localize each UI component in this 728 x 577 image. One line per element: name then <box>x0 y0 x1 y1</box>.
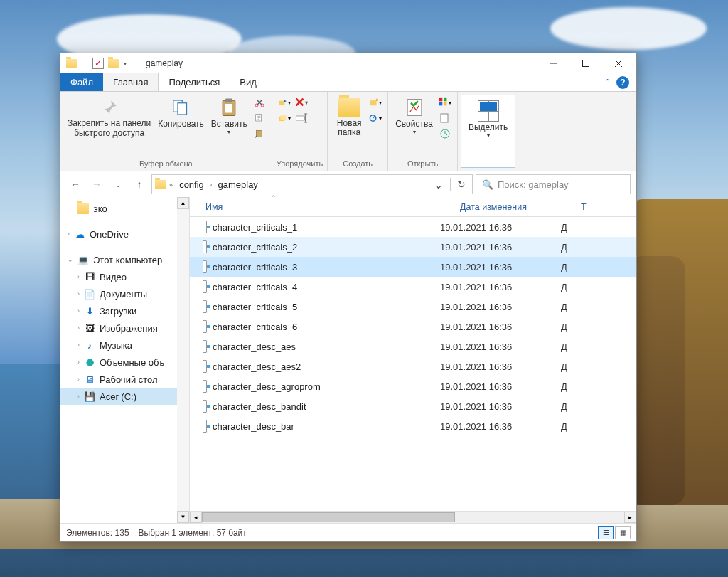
scroll-up-button[interactable]: ▲ <box>177 197 189 209</box>
minimize-button[interactable] <box>537 53 569 73</box>
file-row[interactable]: character_desc_aes219.01.2021 16:36Д <box>190 356 636 376</box>
file-type: Д <box>561 342 582 352</box>
scroll-left-button[interactable]: ◂ <box>190 512 202 523</box>
easy-access-icon[interactable]: ▾ <box>369 112 382 125</box>
collapse-ribbon-icon[interactable]: ⌃ <box>604 78 611 87</box>
delete-icon[interactable]: ✕ ▾ <box>295 96 308 109</box>
paste-shortcut-icon[interactable] <box>253 127 266 140</box>
file-type: Д <box>561 421 582 432</box>
svg-point-22 <box>370 115 376 121</box>
breadcrumb-segment[interactable]: config <box>176 179 207 190</box>
breadcrumb-segment[interactable]: gameplay <box>215 179 261 190</box>
folder-qa-icon[interactable] <box>108 59 119 68</box>
refresh-button[interactable]: ↻ <box>454 175 469 194</box>
new-folder-icon <box>338 96 360 119</box>
column-name[interactable]: Имя <box>190 202 453 212</box>
file-icon <box>190 320 207 333</box>
file-row[interactable]: character_desc_bar19.01.2021 16:36Д <box>190 416 636 436</box>
new-item-icon[interactable]: ✦▾ <box>369 96 382 109</box>
column-date[interactable]: Дата изменения <box>453 202 574 212</box>
sidebar-item-downloads[interactable]: ›⬇Загрузки <box>60 302 189 319</box>
nav-pane[interactable]: ▲ ▼ эко ›☁OneDrive ⌄💻Этот компьютер ›🎞Ви… <box>60 197 190 523</box>
back-button[interactable]: ← <box>66 175 85 194</box>
scroll-right-button[interactable]: ▸ <box>624 512 636 523</box>
properties-button[interactable]: Свойства▾ <box>392 95 436 137</box>
statusbar: Элементов: 135 Выбран 1 элемент: 57 байт… <box>60 523 636 541</box>
file-type: Д <box>561 361 582 372</box>
tab-home[interactable]: Главная <box>103 73 159 91</box>
open-icon[interactable]: ▾ <box>439 96 451 109</box>
file-list[interactable]: character_criticals_119.01.2021 16:36Дch… <box>190 217 636 511</box>
svg-rect-24 <box>439 98 442 101</box>
copy-path-icon[interactable] <box>253 112 266 125</box>
up-button[interactable]: ↑ <box>130 175 149 194</box>
help-icon[interactable]: ? <box>616 76 629 89</box>
file-row[interactable]: character_criticals_619.01.2021 16:36Д <box>190 317 636 337</box>
sidebar-item-pictures[interactable]: ›🖼Изображения <box>60 319 189 337</box>
file-row[interactable]: character_criticals_219.01.2021 16:36Д <box>190 237 636 257</box>
chevron-right-icon[interactable]: › <box>210 180 213 189</box>
address-bar[interactable]: « config › gameplay ⌄ ↻ <box>151 174 473 194</box>
tab-share[interactable]: Поделиться <box>159 73 230 91</box>
move-to-icon[interactable]: ▾ <box>278 96 291 109</box>
close-button[interactable] <box>602 53 635 73</box>
copy-button[interactable]: Копировать <box>155 95 207 130</box>
properties-qa-icon[interactable]: ✓ <box>92 58 104 69</box>
column-type[interactable]: Т <box>574 202 636 212</box>
sidebar-item-documents[interactable]: ›📄Документы <box>60 285 189 302</box>
file-row[interactable]: character_criticals_519.01.2021 16:36Д <box>190 297 636 317</box>
address-dropdown-icon[interactable]: ⌄ <box>429 178 447 191</box>
file-icon <box>190 260 207 273</box>
tab-view[interactable]: Вид <box>230 73 267 91</box>
horizontal-scrollbar[interactable]: ◂ ▸ <box>190 511 636 523</box>
scrollbar-track[interactable] <box>177 209 189 511</box>
file-row[interactable]: character_desc_aes19.01.2021 16:36Д <box>190 337 636 356</box>
qa-dropdown-icon[interactable]: ▾ <box>124 60 127 67</box>
sidebar-item-thispc[interactable]: ⌄💻Этот компьютер <box>60 251 189 268</box>
open-group-label: Открыть <box>392 158 453 169</box>
thumbnails-view-button[interactable]: ▦ <box>615 526 631 539</box>
file-icon <box>190 360 207 373</box>
details-view-button[interactable]: ☰ <box>598 526 614 539</box>
select-button[interactable]: Выделить▾ <box>466 98 510 140</box>
sidebar-item-video[interactable]: ›🎞Видео <box>60 268 189 285</box>
cut-icon[interactable] <box>253 96 266 109</box>
file-row[interactable]: character_desc_bandit19.01.2021 16:36Д <box>190 396 636 416</box>
search-input[interactable]: 🔍 Поиск: gameplay <box>476 174 631 194</box>
new-folder-button[interactable]: Новая папка <box>332 95 366 139</box>
recent-dropdown[interactable]: ⌄ <box>109 175 127 194</box>
forward-button[interactable]: → <box>87 175 106 194</box>
explorer-window: ✓ ▾ gameplay Файл Главная Поделиться Вид… <box>60 53 637 542</box>
paste-icon <box>218 96 240 119</box>
titlebar[interactable]: ✓ ▾ gameplay <box>60 53 636 73</box>
pin-button[interactable]: Закрепить на панели быстрого доступа <box>65 95 154 140</box>
file-row[interactable]: character_desc_agroprom19.01.2021 16:36Д <box>190 376 636 396</box>
ribbon-tabs: Файл Главная Поделиться Вид ⌃ ? <box>60 73 636 92</box>
column-headers[interactable]: ⌃ Имя Дата изменения Т <box>190 197 636 217</box>
scroll-down-button[interactable]: ▼ <box>177 511 189 523</box>
maximize-button[interactable] <box>569 53 602 73</box>
sidebar-item-acer[interactable]: ›💾Acer (C:) <box>60 388 189 405</box>
file-row[interactable]: character_criticals_319.01.2021 16:36Д <box>190 257 636 277</box>
sidebar-item-music[interactable]: ›♪Музыка <box>60 337 189 354</box>
copy-icon <box>170 96 193 119</box>
scrollbar-thumb[interactable] <box>202 512 455 522</box>
sidebar-item-onedrive[interactable]: ›☁OneDrive <box>60 226 189 243</box>
copy-to-icon[interactable]: ▾ <box>278 112 291 125</box>
history-icon[interactable] <box>439 127 451 140</box>
sidebar-item-desktop[interactable]: ›🖥Рабочий стол <box>60 371 189 388</box>
rename-icon[interactable] <box>295 112 308 125</box>
paste-button[interactable]: Вставить▾ <box>208 95 250 137</box>
file-icon <box>190 380 207 393</box>
file-row[interactable]: character_criticals_119.01.2021 16:36Д <box>190 217 636 237</box>
sidebar-item-eco[interactable]: эко <box>60 200 189 217</box>
file-name: character_desc_aes2 <box>207 361 440 372</box>
objects3d-icon: ⬣ <box>84 356 95 368</box>
sidebar-item-3d[interactable]: ›⬣Объемные объ <box>60 354 189 371</box>
edit-icon[interactable] <box>439 112 451 125</box>
file-list-pane: ⌃ Имя Дата изменения Т character_critica… <box>190 197 636 523</box>
tab-file[interactable]: Файл <box>60 73 103 91</box>
file-type: Д <box>561 302 582 312</box>
file-row[interactable]: character_criticals_419.01.2021 16:36Д <box>190 277 636 297</box>
file-date: 19.01.2021 16:36 <box>440 401 561 412</box>
